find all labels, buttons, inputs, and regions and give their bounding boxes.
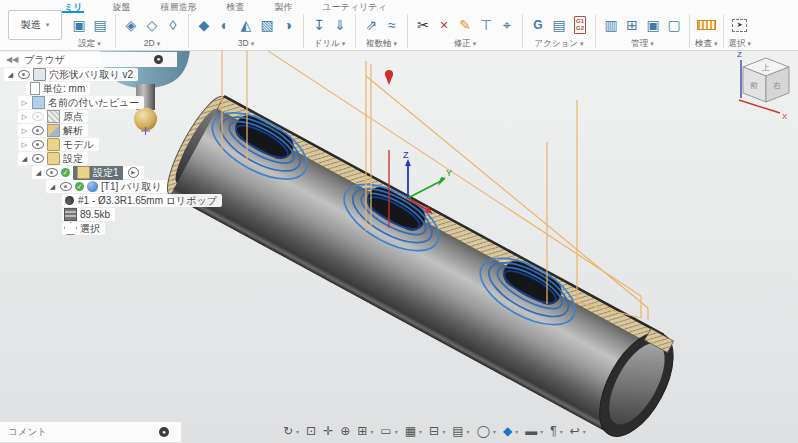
ribbon-group-manage: ▥ ⊞ ▣ ▢ 管理▾ xyxy=(598,13,687,50)
face-icon[interactable]: ◊ xyxy=(163,14,183,36)
selection-icon[interactable]: ➤ xyxy=(730,14,750,36)
ribbon-group-multiaxis: ⇗ ≈ 複数軸▾ xyxy=(358,13,405,50)
tab-turning[interactable]: 旋盤 xyxy=(110,0,132,13)
browser-row-toolpath-size[interactable]: 89.5kb xyxy=(62,208,115,221)
collapse-panel-icon[interactable]: ◀◀ xyxy=(6,55,18,64)
browser-row-geometry[interactable]: 選択 xyxy=(62,222,105,235)
expander-icon[interactable]: ◢ xyxy=(20,155,29,163)
viewports-icon[interactable]: ⊟▾ xyxy=(429,424,445,438)
valid-check-icon: ✓ xyxy=(75,182,84,191)
expander-icon[interactable]: ▷ xyxy=(20,127,29,135)
multiaxis-contour-icon[interactable]: ≈ xyxy=(382,14,402,36)
browser-row-named-views[interactable]: ▷ 名前の付いたビュー xyxy=(18,96,144,109)
expander-icon[interactable]: ▷ xyxy=(20,99,29,107)
zoom-icon[interactable]: ⊕ xyxy=(340,424,350,438)
generate-toolpath-icon[interactable]: ▶ xyxy=(128,167,139,178)
swarf-icon[interactable]: ⇗ xyxy=(361,14,381,36)
2d-pocket-icon[interactable]: ◈ xyxy=(121,14,141,36)
tube-model[interactable] xyxy=(157,88,688,443)
visibility-eye-icon[interactable] xyxy=(60,182,72,191)
new-folder-icon[interactable]: ▤ xyxy=(90,14,110,36)
top-toolbar: ミリ 旋盤 積層造形 検査 製作 ユーティリティ 製造▾ ▣ ▤ 設定▾ ◈ ◇… xyxy=(0,0,798,51)
trim-toolpath-icon[interactable]: ✂ xyxy=(413,14,433,36)
comments-bar[interactable]: コメント ● xyxy=(0,421,181,442)
browser-header[interactable]: ◀◀ ブラウザ ● xyxy=(0,52,177,67)
tool-change-icon[interactable]: ⊤ xyxy=(476,14,496,36)
2d-contour-icon[interactable]: ◇ xyxy=(142,14,162,36)
browser-row-setups[interactable]: ◢ 設定 xyxy=(18,152,88,165)
dropdown-caret-icon: ▾ xyxy=(157,40,161,47)
parallel-icon[interactable]: ▧ xyxy=(257,14,277,36)
grid-and-snaps-icon[interactable]: ▦▾ xyxy=(405,424,422,438)
browser-row-setup1[interactable]: ◢ ✓ 設定1 ▶ xyxy=(32,166,144,179)
cutting-tool-icon xyxy=(65,196,74,205)
browser-row-operation[interactable]: ◢ ✓ [T1] バリ取り xyxy=(46,180,167,193)
visibility-eye-icon[interactable] xyxy=(32,140,44,149)
delete-toolpath-icon[interactable]: × xyxy=(434,14,454,36)
browser-row-origin[interactable]: ▷ 原点 xyxy=(18,110,88,123)
measure-icon[interactable] xyxy=(696,14,716,36)
bore-icon[interactable]: ⇓ xyxy=(330,14,350,36)
comments-label: コメント xyxy=(8,426,47,439)
browser-row-tool[interactable]: #1 - Ø3.3R1.65mm ロリポップ xyxy=(62,194,222,207)
viewcube[interactable]: Z X 上 前 右 xyxy=(737,50,789,121)
visibility-eye-icon[interactable] xyxy=(18,70,30,79)
pan-icon[interactable]: ✛ xyxy=(323,424,333,438)
display-settings-icon[interactable]: ▭▾ xyxy=(380,424,397,438)
expander-icon[interactable]: ◢ xyxy=(48,183,57,191)
visibility-eye-icon[interactable] xyxy=(32,154,44,163)
expander-icon[interactable]: ◢ xyxy=(6,71,15,79)
tab-utilities[interactable]: ユーティリティ xyxy=(320,0,388,13)
selected-setup[interactable]: 設定1 xyxy=(73,166,123,180)
tab-milling[interactable]: ミリ xyxy=(62,0,84,13)
contour-icon[interactable]: ◑ xyxy=(278,14,298,36)
visibility-eye-icon[interactable] xyxy=(32,126,44,135)
tool-library-icon[interactable]: ⊞ xyxy=(622,14,642,36)
steep-shallow-icon[interactable]: ◭ xyxy=(236,14,256,36)
comments-expand-icon[interactable]: ● xyxy=(159,427,169,437)
ribbon: ▣ ▤ 設定▾ ◈ ◇ ◊ 2D▾ ◆ ◐ ◭ ▧ ◑ 3D▾ xyxy=(66,13,796,50)
pocket-clearing-icon[interactable]: ◐ xyxy=(215,14,235,36)
stock-display-icon[interactable]: ▬▾ xyxy=(525,424,543,438)
loop-icon[interactable]: ◯▾ xyxy=(477,424,496,438)
steps-icon[interactable]: ▤▾ xyxy=(452,424,469,438)
browser-row-units[interactable]: 単位: mm xyxy=(26,82,90,95)
browser-row-analysis[interactable]: ▷ 解析 xyxy=(18,124,88,137)
browser-row-models[interactable]: ▷ モデル xyxy=(18,138,99,151)
look-at-icon[interactable]: ⊡ xyxy=(306,424,316,438)
browser-row-root[interactable]: ◢ 穴形状バリ取り v2 xyxy=(4,68,138,81)
ribbon-group-actions: G ▤ G1G2 アクション▾ xyxy=(525,13,593,50)
browser-options-icon[interactable]: ● xyxy=(154,55,163,64)
tab-additive[interactable]: 積層造形 xyxy=(158,0,198,13)
edit-wcs-icon[interactable]: ✎ xyxy=(455,14,475,36)
probe-icon[interactable]: ⌖ xyxy=(497,14,517,36)
visibility-eye-icon[interactable] xyxy=(32,112,44,121)
expander-icon[interactable]: ▷ xyxy=(20,141,29,149)
visibility-eye-icon[interactable] xyxy=(46,168,58,177)
adaptive-clearing-icon[interactable]: ◆ xyxy=(194,14,214,36)
fit-icon[interactable]: ⊞▾ xyxy=(357,424,373,438)
post-process-icon[interactable]: G xyxy=(528,14,548,36)
template-library-icon[interactable]: ▢ xyxy=(664,14,684,36)
expander-icon[interactable]: ▷ xyxy=(20,113,29,121)
deburr-operation-icon xyxy=(87,181,98,192)
folder-icon xyxy=(47,138,60,151)
new-setup-icon[interactable]: ▣ xyxy=(69,14,89,36)
tab-fabrication[interactable]: 製作 xyxy=(272,0,294,13)
drill-icon[interactable]: ↧ xyxy=(309,14,329,36)
toolpath-display-icon[interactable]: ◆▾ xyxy=(503,424,518,438)
viewcube-front-label: 前 xyxy=(750,81,758,90)
reset-view-icon[interactable]: ↩▾ xyxy=(570,424,586,438)
post-library-icon[interactable]: ▥ xyxy=(601,14,621,36)
expander-icon[interactable]: ◢ xyxy=(34,169,43,177)
browser-panel: ◀◀ ブラウザ ● ◢ 穴形状バリ取り v2 単位: mm ▷ 名前の付いたビュ… xyxy=(0,52,170,235)
orbit-icon[interactable]: ↻▾ xyxy=(283,424,299,438)
tab-inspection[interactable]: 検査 xyxy=(224,0,246,13)
nc-program-icon[interactable]: G1G2 xyxy=(570,14,590,36)
workspace-switcher-button[interactable]: 製造▾ xyxy=(8,10,62,40)
setup-sheet-icon[interactable]: ▤ xyxy=(549,14,569,36)
machine-library-icon[interactable]: ▣ xyxy=(643,14,663,36)
ribbon-group-setup: ▣ ▤ 設定▾ xyxy=(66,13,113,50)
browser-title: ブラウザ xyxy=(24,53,65,67)
text-commands-icon[interactable]: ¶▾ xyxy=(550,424,562,438)
